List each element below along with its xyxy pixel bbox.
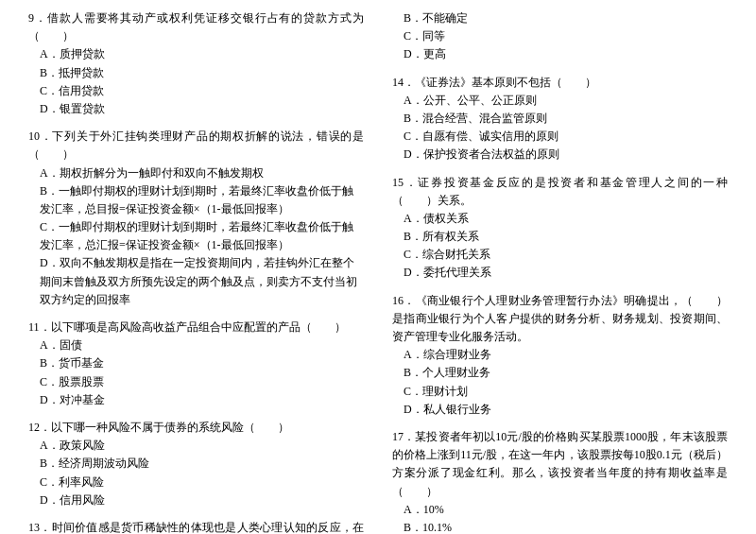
q11-title: 11．以下哪项是高风险高收益产品组合中应配置的产品（ ） bbox=[28, 319, 364, 336]
question-13-continued: B．不能确定 C．同等 D．更高 bbox=[392, 9, 728, 64]
q9-title: 9．借款人需要将其动产或权利凭证移交银行占有的贷款方式为（ ） bbox=[28, 9, 364, 45]
q13-option-b: B．不能确定 bbox=[392, 9, 728, 27]
q14-option-a: A．公开、公平、公正原则 bbox=[392, 92, 728, 110]
q12-option-c: C．利率风险 bbox=[28, 474, 364, 491]
question-16: 16．《商业银行个人理财业务管理暂行办法》明确提出，（ ）是指商业银行为个人客户… bbox=[392, 292, 728, 419]
q11-option-d: D．对冲基金 bbox=[28, 391, 364, 409]
q15-option-d: D．委托代理关系 bbox=[392, 264, 728, 282]
q15-option-c: C．综合财托关系 bbox=[392, 246, 728, 264]
q10-option-d: D．双向不触发期权是指在一定投资期间内，若挂钩外汇在整个期间末曾触及双方所预先设… bbox=[28, 254, 364, 309]
q14-option-b: B．混合经营、混合监管原则 bbox=[392, 110, 728, 128]
q9-option-c: C．信用贷款 bbox=[28, 82, 364, 100]
question-12: 12．以下哪一种风险不属于债券的系统风险（ ） A．政策风险 B．经济周期波动风… bbox=[28, 419, 364, 509]
q10-option-b: B．一触即付期权的理财计划到期时，若最终汇率收盘价低于触发汇率，总目报=保证投资… bbox=[28, 182, 364, 218]
q10-option-a: A．期权折解分为一触即付和双向不触发期权 bbox=[28, 164, 364, 182]
question-15: 15．证券投资基金反应的是投资者和基金管理人之间的一种（ ）关系。 A．债权关系… bbox=[392, 174, 728, 283]
q10-option-c: C．一触即付期权的理财计划到期时，若最终汇率收盘价低于触发汇率，总汇报=保证投资… bbox=[28, 218, 364, 254]
q12-title: 12．以下哪一种风险不属于债券的系统风险（ ） bbox=[28, 419, 364, 437]
q15-option-a: A．债权关系 bbox=[392, 210, 728, 228]
q16-option-a: A．综合理财业务 bbox=[392, 346, 728, 364]
q16-option-c: C．理财计划 bbox=[392, 383, 728, 401]
q12-option-b: B．经济周期波动风险 bbox=[28, 455, 364, 473]
q11-option-b: B．货币基金 bbox=[28, 354, 364, 372]
q16-option-b: B．个人理财业务 bbox=[392, 364, 728, 382]
question-11: 11．以下哪项是高风险高收益产品组合中应配置的产品（ ） A．固债 B．货币基金… bbox=[28, 319, 364, 409]
q15-title: 15．证券投资基金反应的是投资者和基金管理人之间的一种（ ）关系。 bbox=[392, 174, 728, 210]
q11-option-a: A．固债 bbox=[28, 336, 364, 354]
q16-option-d: D．私人银行业务 bbox=[392, 401, 728, 419]
question-14: 14．《证券法》基本原则不包括（ ） A．公开、公平、公正原则 B．混合经营、混… bbox=[392, 74, 728, 164]
q13-title: 13．时间价值感是货币稀缺性的体现也是人类心理认知的反应，在现在在货币体制下，一… bbox=[28, 519, 364, 534]
question-9: 9．借款人需要将其动产或权利凭证移交银行占有的贷款方式为（ ） A．质押贷款 B… bbox=[28, 9, 364, 118]
question-10: 10．下列关于外汇挂钩类理财产品的期权折解的说法，错误的是（ ） A．期权折解分… bbox=[28, 128, 364, 309]
question-13: 13．时间价值感是货币稀缺性的体现也是人类心理认知的反应，在现在在货币体制下，一… bbox=[28, 519, 364, 534]
q10-title: 10．下列关于外汇挂钩类理财产品的期权折解的说法，错误的是（ ） bbox=[28, 128, 364, 164]
q14-option-c: C．自愿有偿、诚实信用的原则 bbox=[392, 128, 728, 146]
q16-title: 16．《商业银行个人理财业务管理暂行办法》明确提出，（ ）是指商业银行为个人客户… bbox=[392, 292, 728, 347]
q17-option-a: A．10% bbox=[392, 501, 728, 519]
question-17: 17．某投资者年初以10元/股的价格购买某股票1000股，年末该股票的价格上涨到… bbox=[392, 428, 728, 534]
q14-option-d: D．保护投资者合法权益的原则 bbox=[392, 146, 728, 164]
page-content: 9．借款人需要将其动产或权利凭证移交银行占有的贷款方式为（ ） A．质押贷款 B… bbox=[28, 9, 728, 534]
q17-option-b: B．10.1% bbox=[392, 519, 728, 534]
q13-option-c: C．同等 bbox=[392, 27, 728, 45]
q9-option-d: D．银置贷款 bbox=[28, 100, 364, 118]
q15-option-b: B．所有权关系 bbox=[392, 228, 728, 246]
q12-option-d: D．信用风险 bbox=[28, 491, 364, 509]
q11-option-c: C．股票股票 bbox=[28, 373, 364, 391]
q14-title: 14．《证券法》基本原则不包括（ ） bbox=[392, 74, 728, 92]
q13-option-d: D．更高 bbox=[392, 45, 728, 63]
q17-title: 17．某投资者年初以10元/股的价格购买某股票1000股，年末该股票的价格上涨到… bbox=[392, 428, 728, 501]
q12-option-a: A．政策风险 bbox=[28, 437, 364, 455]
q9-option-b: B．抵押贷款 bbox=[28, 64, 364, 82]
left-column: 9．借款人需要将其动产或权利凭证移交银行占有的贷款方式为（ ） A．质押贷款 B… bbox=[28, 9, 378, 534]
right-column: B．不能确定 C．同等 D．更高 14．《证券法》基本原则不包括（ ） A．公开… bbox=[378, 9, 728, 534]
q9-option-a: A．质押贷款 bbox=[28, 45, 364, 63]
